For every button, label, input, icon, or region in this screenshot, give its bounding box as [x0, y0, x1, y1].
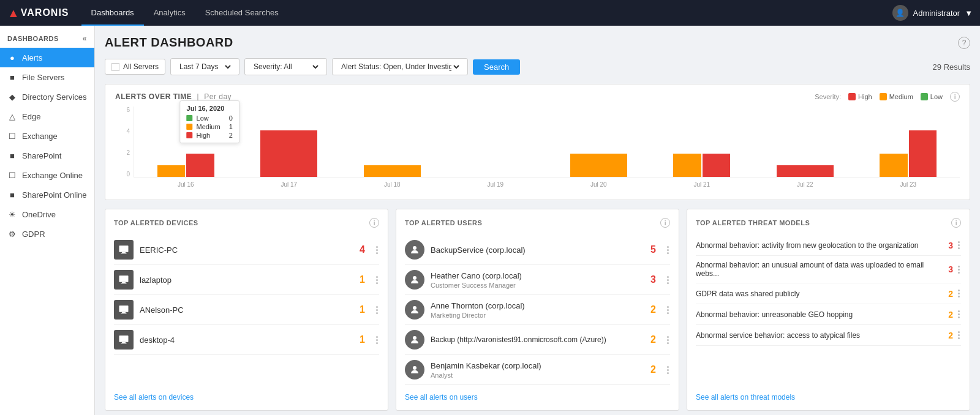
svg-point-15 — [413, 336, 417, 340]
bar-jul21-medium — [673, 154, 701, 177]
topnav: ▲ VARONIS Dashboards Analytics Scheduled… — [0, 0, 980, 26]
users-see-all-link[interactable]: See all alerts on users — [405, 393, 478, 402]
threats-see-all-link[interactable]: See all alerts on threat models — [696, 393, 795, 402]
sidebar-item-label: OneDrive — [22, 210, 56, 219]
sidebar-item-label: Directory Services — [22, 92, 86, 102]
tooltip-high-color — [187, 132, 193, 138]
user-avatar-2 — [405, 300, 424, 320]
sidebar-item-sharepoint[interactable]: ■ SharePoint — [0, 146, 94, 165]
legend-medium: Medium — [880, 93, 913, 100]
user-item-2: Anne Thornton (corp.local) Marketing Dir… — [405, 295, 670, 325]
svg-rect-0 — [119, 245, 129, 252]
threat-count-3: 2 — [948, 310, 953, 320]
sidebar-item-file-servers[interactable]: ■ File Servers — [0, 67, 94, 87]
device-menu-2[interactable] — [375, 305, 379, 315]
bar-jul20-medium — [570, 154, 627, 177]
bar-jul20-bars — [570, 107, 627, 177]
nav-dashboards[interactable]: Dashboards — [81, 0, 144, 26]
users-info-icon[interactable]: i — [660, 218, 670, 228]
help-icon[interactable]: ? — [958, 37, 970, 49]
sidebar-collapse-icon[interactable]: « — [83, 34, 87, 43]
users-panel-header: TOP ALERTED USERS i — [405, 218, 670, 228]
exchange-online-icon: ☐ — [7, 170, 17, 180]
devices-panel-footer: See all alerts on devices — [114, 385, 379, 402]
user-item-0: BackupService (corp.local) 5 — [405, 235, 670, 265]
user-item-3: Backup (http://varonistest91.onmicrosoft… — [405, 325, 670, 355]
x-label-jul21: Jul 21 — [693, 181, 710, 188]
svg-point-13 — [413, 276, 417, 280]
user-avatar-0 — [405, 240, 424, 260]
threat-menu-1[interactable] — [957, 264, 961, 275]
threat-text-4: Abnormal service behavior: access to aty… — [696, 331, 948, 340]
logo-v: ▲ — [7, 6, 20, 20]
sidebar-item-directory-services[interactable]: ◆ Directory Services — [0, 87, 94, 107]
user-menu-0[interactable] — [666, 245, 670, 255]
sidebar-item-sharepoint-online[interactable]: ■ SharePoint Online — [0, 185, 94, 204]
device-count-1: 1 — [360, 274, 365, 285]
threat-menu-2[interactable] — [957, 288, 961, 299]
nav-scheduled-searches[interactable]: Scheduled Searches — [195, 0, 288, 26]
severity-label: Severity: — [815, 93, 841, 100]
filters-bar: All Servers Last 7 Days Last 30 Days Las… — [105, 58, 970, 75]
bar-jul20: Jul 20 — [547, 107, 650, 177]
chart-info-icon[interactable]: i — [950, 92, 960, 102]
sidebar-header: DASHBOARDS « — [0, 26, 94, 48]
device-menu-0[interactable] — [375, 245, 379, 255]
threat-item-1: Abnormal behavior: an unusual amount of … — [696, 256, 961, 283]
devices-info-icon[interactable]: i — [369, 218, 379, 228]
svg-rect-7 — [122, 312, 126, 313]
onedrive-icon: ☀ — [7, 209, 17, 219]
status-select[interactable]: Alert Status: Open, Under Investigati...… — [339, 62, 461, 72]
sidebar-item-label: GDPR — [22, 230, 45, 239]
threat-menu-4[interactable] — [957, 330, 961, 340]
date-select[interactable]: Last 7 Days Last 30 Days Last 90 Days Cu… — [177, 62, 233, 72]
admin-chevron-icon[interactable]: ▼ — [965, 9, 973, 18]
chart-sep: | — [197, 92, 199, 101]
servers-filter[interactable]: All Servers — [105, 59, 165, 75]
sidebar-item-gdpr[interactable]: ⚙ GDPR — [0, 224, 94, 244]
sidebar-item-exchange[interactable]: ☐ Exchange — [0, 126, 94, 146]
svg-point-16 — [413, 366, 417, 370]
device-menu-1[interactable] — [375, 275, 379, 285]
bar-jul16-high — [186, 154, 214, 177]
severity-select[interactable]: Severity: All Severity: High Severity: M… — [251, 62, 320, 72]
device-name-3: desktop-4 — [140, 335, 353, 345]
status-filter[interactable]: Alert Status: Open, Under Investigati...… — [332, 58, 468, 75]
user-menu-4[interactable] — [666, 365, 670, 375]
device-monitor-icon-1 — [114, 270, 134, 290]
users-panel: TOP ALERTED USERS i BackupService (corp.… — [396, 209, 679, 411]
user-count-1: 3 — [650, 274, 656, 285]
bar-jul19: Jul 19 — [444, 107, 548, 177]
search-button[interactable]: Search — [473, 59, 520, 75]
threat-menu-3[interactable] — [957, 309, 961, 320]
svg-rect-3 — [119, 275, 129, 282]
sidebar-item-edge[interactable]: △ Edge — [0, 107, 94, 126]
user-menu-1[interactable] — [666, 275, 670, 285]
chart-period: Per day — [204, 92, 232, 101]
x-label-jul17: Jul 17 — [281, 181, 297, 188]
threats-info-icon[interactable]: i — [951, 218, 961, 228]
severity-filter[interactable]: Severity: All Severity: High Severity: M… — [244, 58, 327, 75]
x-label-jul20: Jul 20 — [590, 181, 607, 188]
low-color — [921, 93, 928, 100]
sidebar-item-alerts[interactable]: ● Alerts — [0, 48, 94, 67]
threat-item-3: Abnormal behavior: unreasonable GEO hopp… — [696, 304, 961, 325]
svg-rect-2 — [121, 253, 127, 253]
sidebar-item-onedrive[interactable]: ☀ OneDrive — [0, 204, 94, 224]
threat-text-1: Abnormal behavior: an unusual amount of … — [696, 261, 948, 278]
devices-see-all-link[interactable]: See all alerts on devices — [114, 393, 194, 402]
main-content: ALERT DASHBOARD ? All Servers Last 7 Day… — [95, 26, 980, 415]
device-menu-3[interactable] — [375, 335, 379, 345]
sidebar-item-label: Alerts — [22, 53, 42, 62]
sidebar-item-exchange-online[interactable]: ☐ Exchange Online — [0, 165, 94, 185]
svg-rect-9 — [119, 335, 129, 342]
user-menu-3[interactable] — [666, 335, 670, 345]
sidebar-item-label: Edge — [22, 112, 40, 121]
user-avatar-4 — [405, 360, 424, 379]
user-count-4: 2 — [650, 364, 656, 375]
user-menu-2[interactable] — [666, 305, 670, 315]
nav-analytics[interactable]: Analytics — [144, 0, 195, 26]
date-filter[interactable]: Last 7 Days Last 30 Days Last 90 Days Cu… — [170, 58, 239, 75]
dir-icon: ◆ — [7, 92, 17, 102]
threat-menu-0[interactable] — [957, 240, 961, 250]
